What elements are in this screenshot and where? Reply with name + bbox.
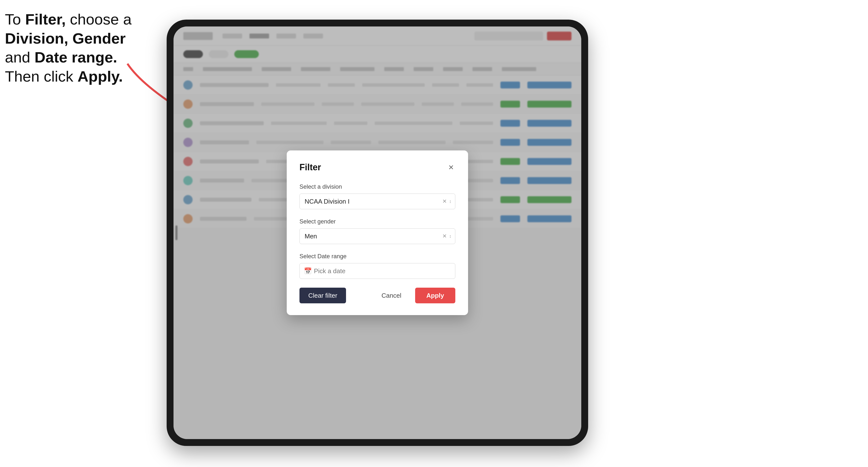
modal-footer-right: Cancel Apply: [373, 288, 455, 303]
gender-label: Select gender: [300, 218, 455, 225]
tablet-frame: Filter ✕ Select a division NCAA Division…: [167, 20, 588, 446]
modal-header: Filter ✕: [300, 162, 455, 173]
division-select[interactable]: NCAA Division I: [300, 193, 455, 209]
modal-footer: Clear filter Cancel Apply: [300, 288, 455, 303]
gender-clear-icon[interactable]: ✕: [442, 233, 447, 239]
division-clear-icon[interactable]: ✕: [442, 198, 447, 205]
instruction-line4: Then click Apply.: [5, 68, 123, 85]
date-form-group: Select Date range 📅: [300, 253, 455, 279]
apply-button[interactable]: Apply: [415, 288, 455, 303]
instruction-line3: and Date range.: [5, 49, 117, 66]
modal-close-button[interactable]: ✕: [446, 163, 455, 172]
tablet-screen: Filter ✕ Select a division NCAA Division…: [174, 27, 581, 439]
cancel-button[interactable]: Cancel: [373, 288, 410, 303]
modal-title: Filter: [300, 162, 321, 173]
instruction-bold2: Division, Gender: [5, 30, 126, 47]
gender-form-group: Select gender Men ✕ ↕: [300, 218, 455, 244]
division-select-wrapper[interactable]: NCAA Division I ✕ ↕: [300, 193, 455, 209]
date-input-wrapper[interactable]: 📅: [300, 263, 455, 279]
clear-filter-button[interactable]: Clear filter: [300, 288, 346, 303]
gender-select-wrapper[interactable]: Men ✕ ↕: [300, 228, 455, 244]
instruction-line1: To Filter, choose a: [5, 11, 132, 28]
date-range-input[interactable]: [300, 263, 455, 279]
gender-select[interactable]: Men: [300, 228, 455, 244]
date-label: Select Date range: [300, 253, 455, 260]
division-label: Select a division: [300, 183, 455, 190]
filter-modal: Filter ✕ Select a division NCAA Division…: [287, 150, 468, 315]
division-form-group: Select a division NCAA Division I ✕ ↕: [300, 183, 455, 209]
modal-overlay: Filter ✕ Select a division NCAA Division…: [174, 27, 581, 439]
instruction-text: To Filter, choose a Division, Gender and…: [5, 10, 147, 86]
